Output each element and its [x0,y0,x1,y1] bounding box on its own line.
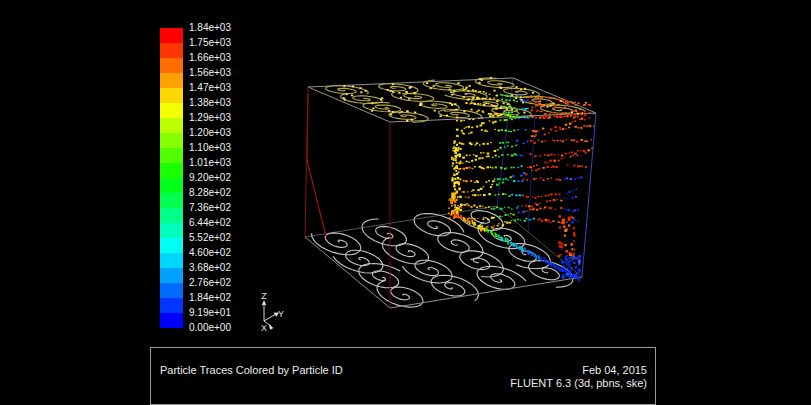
colorbar-band [160,118,183,133]
particle-trace-row [454,196,577,210]
box-edge-vertical-right [582,113,596,277]
colorbar-band [160,43,183,58]
colorbar-band [160,58,183,73]
colorbar-band [160,298,183,313]
caption-date: Feb 04, 2015 [510,364,647,377]
box-top-edges [308,78,596,122]
colorbar-label: 1.66e+03 [189,53,231,63]
colorbar-label: 6.44e+02 [189,218,231,228]
colorbar-band [160,73,183,88]
colorbar-label: 1.38e+03 [189,98,231,108]
colorbar-label: 4.60e+02 [189,248,231,258]
box-vertical-edges [305,87,596,308]
caption-meta: Feb 04, 2015 FLUENT 6.3 (3d, pbns, ske) [510,364,647,389]
y-axis-label: Y [278,309,284,319]
colorbar-band [160,253,183,268]
particle-trace-row [453,189,577,200]
colorbar-label: 2.76e+02 [189,278,231,288]
colorbar-label: 1.20e+03 [189,128,231,138]
colorbar-label: 1.47e+03 [189,83,231,93]
colorbar-label: 1.56e+03 [189,68,231,78]
left-wall-particle-traces [307,94,326,236]
y-axis-line [264,314,276,321]
caption-title: Particle Traces Colored by Particle ID [160,364,343,377]
colorbar-label: 1.84e+03 [189,23,231,33]
colorbar-label: 1.01e+03 [189,158,231,168]
swirl-trace [392,92,434,101]
swirl-trace [359,264,401,288]
colorbar-label: 1.29e+03 [189,113,231,123]
colorbar-band [160,283,183,298]
colorbar-label: 1.84e+02 [189,293,231,303]
z-axis-label: Z [261,291,267,301]
swirl-trace [362,219,407,246]
box-edge-top-front-left [308,87,390,122]
box-edge-bottom-front-left [305,237,390,308]
colorbar-label: 5.52e+02 [189,233,231,243]
particle-curtain [453,102,594,232]
colorbar-label: 7.36e+02 [189,203,231,213]
colorbar-label: 1.10e+03 [189,143,231,153]
colorbar-band [160,103,183,118]
swirl-trace [431,275,478,301]
colorbar-band [160,268,183,283]
fluent-graphics-window[interactable]: Z Y X 1.84e+031.75e+031.66e+031.56e+031.… [0,0,811,405]
red-particle-trace [307,94,326,236]
caption-box: Particle Traces Colored by Particle ID F… [150,347,656,405]
colorbar-band [160,88,183,103]
colorbar-band [160,178,183,193]
colorbar-label: 1.75e+03 [189,38,231,48]
colorbar-label: 9.20e+02 [189,173,231,183]
colorbar-label: 3.68e+02 [189,263,231,273]
x-axis-label: X [261,323,267,333]
particle-trace-row [455,139,592,159]
colorbar-label: 0.00e+00 [189,323,231,333]
box-edge-bottom-front-right [390,277,582,308]
axis-triad: Z Y X [261,291,284,333]
colorbar-label: 8.28e+02 [189,188,231,198]
colorbar-band [160,223,183,238]
colorbar-label: 9.19e+01 [189,308,231,318]
colorbar-band [160,208,183,223]
box-bottom-front-edges [305,237,582,308]
colorbar-band [160,238,183,253]
colorbar-band [160,163,183,178]
box-edge-vertical-back [497,78,513,206]
particle-trace-row [456,147,593,167]
caption-solver: FLUENT 6.3 (3d, pbns, ske) [510,377,647,390]
colorbar-band [160,313,183,328]
x-axis-arrow [269,325,274,330]
colorbar-band [160,193,183,208]
scene-3d-view[interactable]: Z Y X [0,0,811,405]
particle-trace-row [454,177,582,195]
swirl-trace [478,222,525,248]
colorbar-band [160,28,183,43]
swirl-trace [312,233,361,255]
colorbar-band [160,148,183,163]
colorbar-band [160,133,183,148]
